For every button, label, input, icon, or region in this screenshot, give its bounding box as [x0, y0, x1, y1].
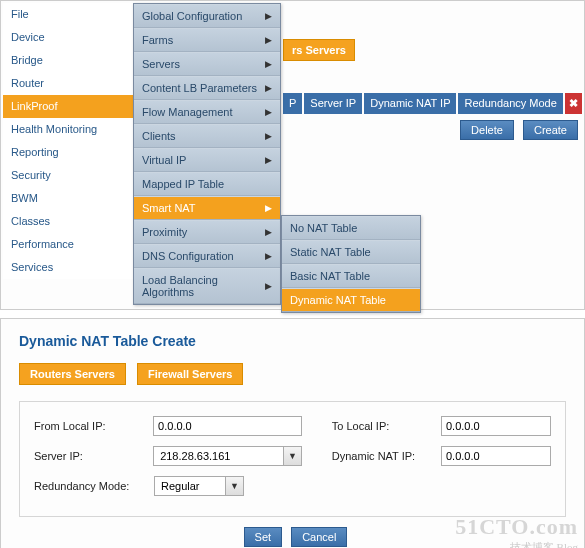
set-button[interactable]: Set [244, 527, 283, 547]
col-header-ip-fragment: P [283, 93, 302, 114]
menu-label: Global Configuration [142, 10, 242, 22]
chevron-right-icon: ▶ [265, 35, 272, 45]
menu-label: Load Balancing Algorithms [142, 274, 265, 298]
menu-label: Servers [142, 58, 180, 70]
tab-routers-servers[interactable]: Routers Servers [19, 363, 126, 385]
submenu-dynamic-nat-table[interactable]: Dynamic NAT Table [282, 288, 420, 312]
col-header-server-ip: Server IP [304, 93, 362, 114]
sidebar-item-classes[interactable]: Classes [3, 210, 133, 233]
menu-content-lb-parameters[interactable]: Content LB Parameters▶ [134, 76, 280, 100]
menu-flow-management[interactable]: Flow Management▶ [134, 100, 280, 124]
sidebar-item-device[interactable]: Device [3, 26, 133, 49]
sidebar-item-file[interactable]: File [3, 3, 133, 26]
submenu-basic-nat-table[interactable]: Basic NAT Table [282, 264, 420, 288]
chevron-right-icon: ▶ [265, 131, 272, 141]
menu-label: Content LB Parameters [142, 82, 257, 94]
menu-label: Proximity [142, 226, 187, 238]
col-header-redundancy-mode: Redundancy Mode [458, 93, 562, 114]
sidebar-item-reporting[interactable]: Reporting [3, 141, 133, 164]
server-ip-combo[interactable]: 218.28.63.161 ▼ [153, 446, 302, 466]
menu-label: DNS Configuration [142, 250, 234, 262]
from-local-ip-input[interactable] [153, 416, 302, 436]
sidebar-item-security[interactable]: Security [3, 164, 133, 187]
menu-label: Virtual IP [142, 154, 186, 166]
form-container: From Local IP: To Local IP: Server IP: 2… [19, 401, 566, 517]
chevron-down-icon[interactable]: ▼ [225, 477, 243, 495]
sidebar-item-health-monitoring[interactable]: Health Monitoring [3, 118, 133, 141]
sidebar-item-bwm[interactable]: BWM [3, 187, 133, 210]
page-title: Dynamic NAT Table Create [19, 333, 566, 349]
chevron-down-icon[interactable]: ▼ [283, 447, 301, 465]
close-icon[interactable]: ✖ [565, 93, 582, 114]
col-header-dynamic-nat-ip: Dynamic NAT IP [364, 93, 456, 114]
table-column-headers: P Server IP Dynamic NAT IP Redundancy Mo… [283, 93, 582, 114]
menu-label: Clients [142, 130, 176, 142]
chevron-right-icon: ▶ [265, 251, 272, 261]
sidebar-item-bridge[interactable]: Bridge [3, 49, 133, 72]
sidebar-item-services[interactable]: Services [3, 256, 133, 279]
menu-label: Smart NAT [142, 202, 196, 214]
menu-global-configuration[interactable]: Global Configuration▶ [134, 4, 280, 28]
sidebar-nav: File Device Bridge Router LinkProof Heal… [3, 3, 133, 279]
menu-smart-nat[interactable]: Smart NAT▶ [134, 196, 280, 220]
menu-label: Farms [142, 34, 173, 46]
sidebar-item-performance[interactable]: Performance [3, 233, 133, 256]
submenu-label: Static NAT Table [290, 246, 371, 258]
submenu-static-nat-table[interactable]: Static NAT Table [282, 240, 420, 264]
menu-label: Mapped IP Table [142, 178, 224, 190]
chevron-right-icon: ▶ [265, 281, 272, 291]
chevron-right-icon: ▶ [265, 107, 272, 117]
server-ip-label: Server IP: [34, 450, 153, 462]
create-button[interactable]: Create [523, 120, 578, 140]
menu-virtual-ip[interactable]: Virtual IP▶ [134, 148, 280, 172]
submenu-no-nat-table[interactable]: No NAT Table [282, 216, 420, 240]
content-area: rs Servers P Server IP Dynamic NAT IP Re… [283, 39, 582, 140]
chevron-right-icon: ▶ [265, 11, 272, 21]
menu-clients[interactable]: Clients▶ [134, 124, 280, 148]
submenu-label: Dynamic NAT Table [290, 294, 386, 306]
delete-button[interactable]: Delete [460, 120, 514, 140]
submenu-label: Basic NAT Table [290, 270, 370, 282]
chevron-right-icon: ▶ [265, 83, 272, 93]
tab-servers-partial[interactable]: rs Servers [283, 39, 355, 61]
form-actions: Set Cancel [19, 527, 566, 547]
menu-load-balancing-algorithms[interactable]: Load Balancing Algorithms▶ [134, 268, 280, 304]
chevron-right-icon: ▶ [265, 155, 272, 165]
to-local-ip-label: To Local IP: [332, 420, 441, 432]
from-local-ip-label: From Local IP: [34, 420, 153, 432]
chevron-right-icon: ▶ [265, 59, 272, 69]
create-form-panel: Dynamic NAT Table Create Routers Servers… [0, 318, 585, 548]
redundancy-mode-value: Regular [155, 480, 206, 492]
table-actions: Delete Create [283, 120, 582, 140]
main-config-area: File Device Bridge Router LinkProof Heal… [0, 0, 585, 310]
redundancy-mode-combo[interactable]: Regular ▼ [154, 476, 244, 496]
menu-dns-configuration[interactable]: DNS Configuration▶ [134, 244, 280, 268]
chevron-right-icon: ▶ [265, 203, 272, 213]
linkproof-menu: Global Configuration▶ Farms▶ Servers▶ Co… [133, 3, 281, 305]
menu-proximity[interactable]: Proximity▶ [134, 220, 280, 244]
menu-label: Flow Management [142, 106, 233, 118]
smart-nat-submenu: No NAT Table Static NAT Table Basic NAT … [281, 215, 421, 313]
tab-firewall-servers[interactable]: Firewall Servers [137, 363, 243, 385]
dynamic-nat-ip-label: Dynamic NAT IP: [332, 450, 441, 462]
server-ip-value: 218.28.63.161 [154, 450, 236, 462]
chevron-right-icon: ▶ [265, 227, 272, 237]
sidebar-item-linkproof[interactable]: LinkProof [3, 95, 133, 118]
menu-servers[interactable]: Servers▶ [134, 52, 280, 76]
to-local-ip-input[interactable] [441, 416, 551, 436]
sidebar-item-router[interactable]: Router [3, 72, 133, 95]
menu-farms[interactable]: Farms▶ [134, 28, 280, 52]
server-tabs: Routers Servers Firewall Servers [19, 363, 566, 385]
dynamic-nat-ip-input[interactable] [441, 446, 551, 466]
redundancy-mode-label: Redundancy Mode: [34, 480, 154, 492]
submenu-label: No NAT Table [290, 222, 357, 234]
menu-mapped-ip-table[interactable]: Mapped IP Table [134, 172, 280, 196]
cancel-button[interactable]: Cancel [291, 527, 347, 547]
